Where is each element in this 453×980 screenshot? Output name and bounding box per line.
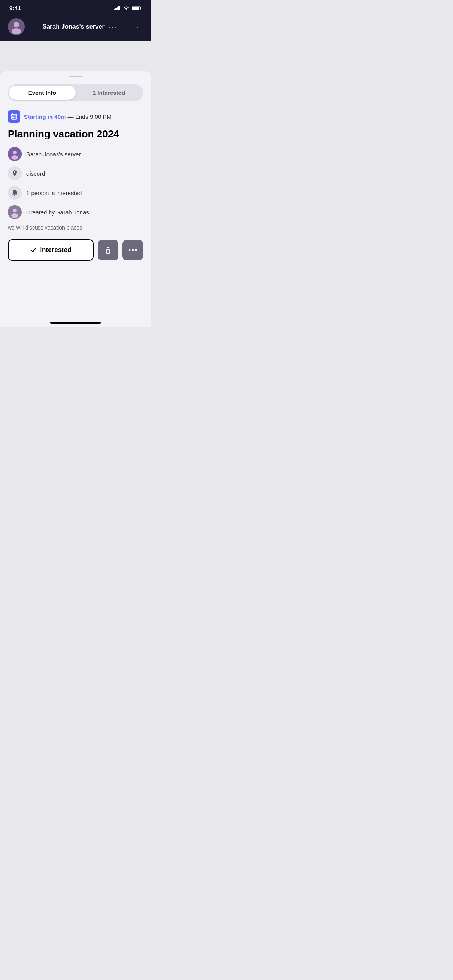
svg-rect-3 (118, 6, 120, 10)
creator-avatar (8, 205, 22, 219)
svg-rect-14 (12, 117, 14, 118)
info-row-location: discord (8, 166, 143, 180)
interested-count: 1 person is interested (26, 190, 82, 196)
svg-point-21 (11, 213, 18, 218)
server-name-header: Sarah Jonas's server (42, 23, 104, 30)
home-indicator (50, 322, 101, 324)
header-center: Sarah Jonas's server ··· (42, 22, 117, 31)
creator-text: Created by Sarah Jonas (26, 209, 89, 216)
svg-point-23 (129, 249, 131, 251)
svg-point-17 (11, 155, 18, 160)
svg-point-25 (135, 249, 137, 251)
svg-rect-0 (114, 9, 115, 10)
header-dots-button[interactable]: ··· (108, 22, 117, 31)
time-row: Starting in 40m — Ends 9:00 PM (8, 110, 143, 123)
svg-point-16 (13, 151, 17, 154)
bottom-sheet: Event Info 1 Interested Starting in 40m … (0, 71, 151, 327)
svg-rect-5 (132, 7, 139, 10)
event-title: Planning vacation 2024 (8, 128, 143, 140)
svg-rect-22 (106, 250, 110, 253)
more-button[interactable] (122, 240, 143, 260)
action-buttons: Interested (8, 239, 143, 261)
more-icon (129, 249, 137, 251)
svg-point-8 (12, 28, 21, 34)
share-icon (104, 246, 112, 254)
tab-control: Event Info 1 Interested (8, 84, 143, 101)
back-button[interactable]: ← (135, 22, 143, 32)
time-display: Starting in 40m — Ends 9:00 PM (24, 113, 112, 120)
calendar-icon (8, 110, 20, 123)
svg-rect-11 (11, 116, 17, 116)
info-row-interested: 1 person is interested (8, 186, 143, 200)
svg-point-7 (14, 22, 19, 27)
svg-rect-1 (115, 8, 117, 10)
interested-button[interactable]: Interested (8, 239, 94, 261)
battery-icon (132, 6, 142, 10)
svg-rect-2 (117, 7, 118, 10)
wifi-icon (123, 6, 129, 10)
location-text: discord (26, 170, 45, 177)
bell-icon (8, 186, 22, 200)
svg-point-20 (13, 209, 17, 212)
status-icons (114, 6, 142, 10)
time-starting: Starting in 40m (24, 113, 66, 120)
tab-event-info[interactable]: Event Info (9, 86, 76, 100)
time-ends: — Ends 9:00 PM (66, 113, 112, 120)
svg-point-24 (132, 249, 134, 251)
location-icon (8, 166, 22, 180)
status-time: 9:41 (9, 5, 21, 11)
signal-icon (114, 6, 121, 10)
server-name-info: Sarah Jonas's server (26, 151, 81, 158)
checkmark-icon (30, 247, 37, 254)
svg-rect-9 (11, 114, 17, 119)
event-description: we will discuss vacation places (8, 224, 143, 231)
tab-interested[interactable]: 1 Interested (76, 86, 142, 100)
server-icon (8, 147, 22, 161)
share-button[interactable] (98, 240, 118, 260)
interested-label: Interested (40, 246, 71, 254)
info-row-creator: Created by Sarah Jonas (8, 205, 143, 219)
status-bar: 9:41 (0, 0, 151, 14)
sheet-handle (69, 76, 82, 77)
svg-point-18 (14, 171, 15, 173)
app-header: Sarah Jonas's server ··· ← (0, 14, 151, 41)
info-row-server: Sarah Jonas's server (8, 147, 143, 161)
svg-rect-12 (12, 113, 13, 115)
svg-rect-13 (15, 113, 16, 115)
server-avatar (8, 18, 25, 35)
